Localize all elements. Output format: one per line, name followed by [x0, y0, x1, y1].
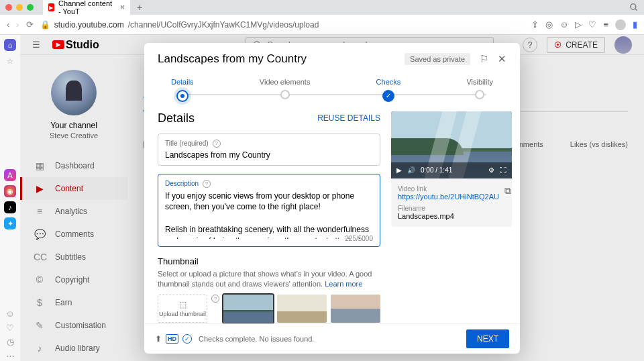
lock-icon: 🔒 — [40, 20, 50, 30]
filename: Landscapes.mp4 — [398, 212, 505, 220]
upload-thumbnail-button[interactable]: ⬚ Upload thumbnail — [158, 295, 207, 323]
upload-icon: ⬚ — [179, 300, 186, 309]
os-heart-icon[interactable]: ♡ — [6, 323, 14, 333]
fullscreen-icon[interactable]: ⛶ — [500, 166, 506, 174]
svg-line-1 — [635, 9, 637, 11]
browser-tab-bar: ▶ Channel content - YouT × + — [0, 0, 644, 15]
instagram-icon[interactable]: ◉ — [4, 185, 16, 197]
smiley-icon[interactable]: ☺ — [559, 19, 568, 30]
step-video-elements[interactable]: Video elements — [260, 78, 311, 102]
url-bar[interactable]: 🔒 studio.youtube.com/channel/UColfGvryJK… — [40, 20, 525, 30]
tab-title: Channel content - YouT — [58, 0, 116, 15]
close-icon[interactable]: ✕ — [498, 53, 506, 65]
title-input[interactable] — [165, 150, 373, 160]
video-time: 0:00 / 1:41 — [421, 166, 452, 174]
status-text: Checks complete. No issues found. — [199, 335, 314, 343]
info-icon[interactable]: ? — [211, 295, 219, 303]
copy-icon[interactable]: ⧉ — [504, 185, 511, 197]
thumbnail-title: Thumbnail — [158, 256, 380, 266]
os-more-icon[interactable]: ⋯ — [6, 351, 15, 361]
step-checks[interactable]: Checks — [376, 78, 401, 102]
share-icon[interactable]: ⇪ — [531, 19, 539, 30]
browser-tabs-search-icon[interactable] — [629, 3, 639, 12]
nav-back-icon[interactable]: ‹ — [7, 19, 9, 30]
modal-backdrop: Landscapes from my Country Saved as priv… — [20, 35, 644, 361]
volume-icon[interactable]: 🔊 — [407, 166, 415, 174]
info-icon[interactable]: ? — [203, 180, 211, 188]
window-minimize[interactable] — [16, 4, 23, 11]
char-count: 225/5000 — [345, 235, 373, 242]
filename-label: Filename — [398, 205, 505, 212]
reuse-details-button[interactable]: REUSE DETAILS — [317, 113, 380, 123]
play-store-icon[interactable]: ▷ — [575, 19, 582, 30]
title-field[interactable]: Title (required) ? — [158, 134, 380, 166]
os-smiley-icon[interactable]: ☺ — [5, 309, 14, 319]
youtube-favicon-icon: ▶ — [48, 3, 54, 11]
extension-icon[interactable]: ▮ — [633, 19, 637, 30]
browser-toolbar: ‹ › ⟳ 🔒 studio.youtube.com/channel/UColf… — [0, 15, 644, 35]
svg-point-0 — [631, 4, 636, 9]
step-details[interactable]: Details — [171, 78, 194, 102]
camera-icon[interactable]: ◎ — [545, 19, 553, 30]
hd-badge: HD — [166, 334, 178, 344]
thumbnail-option-1[interactable] — [223, 295, 273, 323]
browser-tab[interactable]: ▶ Channel content - YouT × — [43, 0, 130, 17]
browser-profile-icon[interactable] — [615, 19, 626, 30]
modal-title: Landscapes from my Country — [158, 52, 405, 66]
thumbnail-option-2[interactable] — [277, 295, 327, 323]
video-link[interactable]: https://youtu.be/2UHiNtBQ2AU — [398, 193, 499, 201]
description-field-label: Description — [165, 180, 199, 187]
feedback-icon[interactable]: ⚐ — [480, 53, 488, 65]
saved-badge: Saved as private — [405, 53, 470, 65]
section-title: Details — [158, 111, 195, 125]
url-path: /channel/UColfGvryJKxjfnYawKC1MVg/videos… — [128, 20, 319, 30]
new-tab-button[interactable]: + — [134, 2, 145, 13]
window-maximize[interactable] — [27, 4, 34, 11]
upload-progress-icon: ⬆ — [155, 334, 162, 344]
traffic-lights — [5, 4, 34, 11]
learn-more-link[interactable]: Learn more — [325, 280, 362, 288]
os-sidebar: ⌂ ☆ A ◉ ♪ ✦ ☺ ♡ ◷ ⋯ — [0, 35, 20, 361]
video-preview[interactable]: ▶ 🔊 0:00 / 1:41 ⚙ ⛶ — [391, 111, 512, 178]
heart-icon[interactable]: ♡ — [588, 19, 596, 30]
description-field[interactable]: Description ? 225/5000 — [158, 174, 380, 247]
settings-icon[interactable]: ⚙ — [488, 166, 494, 174]
twitter-icon[interactable]: ✦ — [4, 217, 16, 229]
video-link-label: Video link — [398, 185, 499, 193]
title-field-label: Title (required) — [165, 140, 209, 147]
thumbnail-section: Thumbnail Select or upload a picture tha… — [158, 256, 380, 323]
video-controls: ▶ 🔊 0:00 / 1:41 ⚙ ⛶ — [391, 162, 512, 178]
thumbnail-desc: Select or upload a picture that shows wh… — [158, 269, 380, 290]
next-button[interactable]: NEXT — [466, 329, 509, 348]
window-close[interactable] — [5, 4, 12, 11]
os-clock-icon[interactable]: ◷ — [7, 337, 14, 347]
os-app-icon[interactable]: ⌂ — [4, 39, 16, 51]
thumbnail-option-3[interactable] — [331, 295, 380, 323]
play-icon[interactable]: ▶ — [396, 166, 402, 174]
modal-body: Details REUSE DETAILS Title (required) ?… — [144, 102, 520, 323]
os-app2-icon[interactable]: A — [4, 169, 16, 181]
info-icon[interactable]: ? — [213, 140, 221, 148]
stepper: Details Video elements Checks Visibility — [144, 75, 520, 102]
video-info: Video link https://youtu.be/2UHiNtBQ2AU … — [391, 178, 512, 227]
url-domain: studio.youtube.com — [54, 20, 124, 30]
upload-modal: Landscapes from my Country Saved as priv… — [144, 43, 520, 354]
nav-reload-icon[interactable]: ⟳ — [26, 19, 34, 30]
tiktok-icon[interactable]: ♪ — [4, 201, 16, 213]
modal-header: Landscapes from my Country Saved as priv… — [144, 43, 520, 75]
nav-forward-icon: › — [16, 19, 19, 30]
description-input[interactable] — [165, 191, 373, 239]
step-visibility[interactable]: Visibility — [466, 78, 493, 102]
modal-footer: ⬆ HD ✓ Checks complete. No issues found.… — [144, 323, 520, 354]
check-complete-icon: ✓ — [182, 334, 192, 344]
os-star-icon[interactable]: ☆ — [4, 55, 16, 67]
tab-close-icon[interactable]: × — [120, 3, 125, 12]
youtube-studio-app: ☰ ▶ Studio Search across your channel ? … — [20, 35, 644, 361]
menu-icon[interactable]: ≡ — [603, 19, 608, 30]
